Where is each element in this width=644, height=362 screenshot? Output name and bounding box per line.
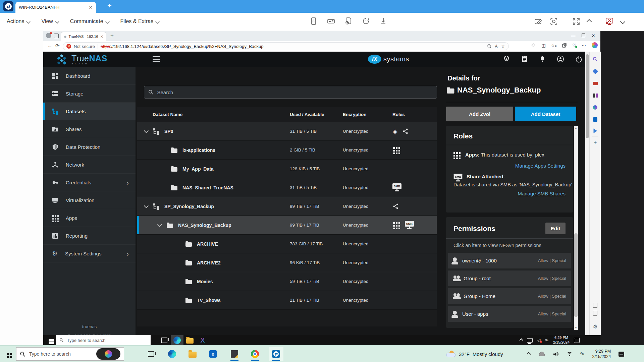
menu-files-extras[interactable]: Files & Extras — [120, 18, 159, 24]
remote-clock[interactable]: 6:29 PM2/15/2024 — [553, 336, 570, 345]
chevron-down-icon[interactable] — [157, 222, 162, 227]
browser-profile-icon[interactable] — [46, 33, 51, 38]
collections-icon[interactable] — [562, 43, 567, 48]
host-search-box[interactable] — [16, 347, 124, 361]
menu-communicate[interactable]: Communicate — [70, 18, 109, 24]
page-scrollbar[interactable] — [585, 52, 589, 335]
minimize-window-icon[interactable]: — — [568, 33, 578, 38]
sidebar-item-apps[interactable]: Apps — [43, 209, 136, 227]
table-row-movies[interactable]: Movies 59 TiB / 17 TiB Unencrypted — [137, 272, 437, 291]
hidden-icons-chevron[interactable] — [520, 338, 523, 342]
disable-remote-input-icon[interactable] — [605, 17, 614, 26]
zoom-page-icon[interactable] — [487, 44, 492, 49]
add-zvol-button[interactable]: Add Zvol — [446, 107, 513, 121]
table-row-my-app-data[interactable]: My_App_Data 128 KiB / 5 TiB Unencrypted — [137, 160, 437, 178]
remote-edge-icon[interactable] — [171, 335, 183, 345]
table-row-archive[interactable]: ARCHIVE 783 GiB / 17 TiB Unencrypted — [137, 235, 437, 253]
sidebar-outlook-icon[interactable] — [592, 117, 598, 122]
sidebar-panel-icon[interactable] — [592, 302, 598, 308]
details-scrollbar[interactable]: ▲ ▼ — [574, 126, 578, 330]
permission-entry-owner[interactable]: owner@ - 1000 Allow | Special — [448, 253, 571, 268]
screenshot-icon[interactable] — [549, 17, 558, 26]
account-avatar-icon[interactable] — [557, 55, 564, 63]
network-icon[interactable] — [527, 338, 533, 343]
column-encryption[interactable]: Encryption — [343, 112, 392, 117]
notifications-icon[interactable] — [619, 352, 624, 357]
menu-actions[interactable]: Actions — [7, 18, 30, 24]
scrollbar-thumb[interactable] — [574, 233, 578, 317]
host-start-button[interactable] — [1, 347, 15, 361]
host-edge-icon[interactable] — [165, 347, 179, 361]
split-screen-icon[interactable]: ◫ — [541, 43, 545, 48]
copilot-icon[interactable] — [592, 42, 598, 48]
table-row-archive2[interactable]: ARCHIVE2 96 KiB / 17 TiB Unencrypted — [137, 253, 437, 272]
remote-start-button[interactable] — [43, 335, 56, 345]
download-icon[interactable] — [379, 17, 388, 25]
close-window-icon[interactable]: ✕ — [588, 33, 598, 38]
settings-more-icon[interactable]: ⋯ — [582, 43, 586, 48]
table-row-sp0[interactable]: SP0 31 TiB / 5 TiB Unencrypted ◈ — [137, 122, 437, 141]
sidebar-toggle-button[interactable] — [153, 55, 160, 63]
host-search-input[interactable] — [29, 351, 93, 357]
sidebar-m365-icon[interactable] — [592, 105, 598, 110]
scrollbar-thumb[interactable] — [586, 54, 589, 138]
hidden-icons-chevron[interactable] — [527, 352, 531, 356]
favorites-bar-icon[interactable]: ☆≡ — [551, 43, 556, 48]
workspaces-icon[interactable] — [54, 34, 59, 38]
scroll-down-icon[interactable]: ▼ — [575, 326, 577, 329]
remote-task-view-button[interactable] — [158, 335, 171, 345]
teamviewer-tray-icon[interactable]: ✎ — [579, 350, 585, 357]
table-row-nas-shared-truenas[interactable]: NAS_Shared_TrueNAS 31 TiB / 5 TiB Unencr… — [137, 178, 437, 197]
close-tab-icon[interactable]: ✕ — [100, 35, 103, 39]
table-row-tv-shows[interactable]: TV_Shows 21 TiB / 17 TiB Unencrypted — [137, 291, 437, 310]
back-icon[interactable]: ← — [47, 43, 52, 49]
sidebar-item-dashboard[interactable]: Dashboard — [43, 67, 136, 85]
permission-entry-group-root[interactable]: Group - root Allow | Special — [448, 270, 571, 286]
permission-entry-user-apps[interactable]: User - apps Allow | Special — [448, 306, 571, 322]
teamviewer-session-tab[interactable]: WIN-ROIO24BANFH ✕ — [15, 2, 96, 13]
table-row-sp-synology-backup[interactable]: SP_Synology_Backup 99 TiB / 17 TiB Unenc… — [137, 197, 437, 216]
sidebar-item-virtualization[interactable]: Virtualization — [43, 191, 136, 209]
refresh-icon[interactable]: ⟳ — [55, 43, 60, 49]
chevron-down-icon[interactable] — [620, 19, 626, 24]
teamviewer-tray-icon[interactable]: ✎ — [544, 337, 549, 343]
chevron-down-icon[interactable] — [144, 203, 149, 208]
browser-tab[interactable]: ◈ TrueNAS - 192.168.1.124 ✕ — [61, 32, 106, 41]
edit-permissions-button[interactable]: Edit — [545, 223, 566, 234]
column-used-available[interactable]: Used / Available — [290, 112, 343, 117]
sidebar-search-icon[interactable] — [592, 56, 598, 62]
host-task-view-button[interactable] — [144, 347, 158, 361]
wifi-icon[interactable] — [567, 352, 573, 356]
new-session-tab-button[interactable]: + — [107, 1, 112, 10]
weather-widget[interactable]: 32°F Mostly cloudy — [446, 346, 503, 362]
annotate-pen-icon[interactable] — [534, 17, 543, 26]
remote-search-box[interactable] — [56, 335, 151, 345]
host-notes-icon[interactable] — [227, 347, 242, 361]
sidebar-item-storage[interactable]: Storage — [43, 85, 136, 103]
favorite-star-icon[interactable]: ☆ — [501, 44, 505, 49]
table-row-nas-synology-backup[interactable]: NAS_Synology_Backup 99 TiB / 17 TiB Unen… — [137, 216, 437, 235]
sidebar-drop-icon[interactable] — [592, 128, 598, 134]
add-dataset-button[interactable]: Add Dataset — [515, 107, 576, 121]
column-roles[interactable]: Roles — [392, 112, 437, 117]
restart-icon[interactable] — [362, 17, 370, 25]
sidebar-games-icon[interactable] — [592, 93, 598, 98]
address-bar[interactable]: ✕ Not secure https://192.168.1.124/ui/da… — [63, 42, 509, 50]
read-aloud-icon[interactable]: A⁾ — [495, 44, 498, 49]
truecommand-icon[interactable] — [503, 55, 510, 63]
volume-icon[interactable] — [553, 352, 559, 357]
permission-entry-group-home[interactable]: Group - Home Allow | Special — [448, 288, 571, 304]
url-text[interactable]: https://192.168.1.124/ui/datasets/SP_Syn… — [101, 44, 264, 49]
power-icon[interactable] — [575, 56, 582, 63]
action-center-icon[interactable] — [574, 338, 580, 343]
remote-keyboard-icon[interactable] — [327, 17, 335, 25]
sidebar-item-shares[interactable]: Shares — [43, 120, 136, 138]
remote-file-explorer-icon[interactable] — [183, 335, 196, 345]
remote-search-input[interactable] — [66, 338, 147, 343]
sidebar-panel-icon[interactable] — [592, 310, 598, 316]
host-outlook-icon[interactable]: o — [206, 347, 220, 361]
sidebar-item-datasets[interactable]: Datasets — [43, 103, 136, 120]
sidebar-item-data-protection[interactable]: Data Protection — [43, 138, 136, 156]
browser-essentials-icon[interactable]: ♡ — [572, 43, 576, 48]
sidebar-tools-icon[interactable] — [592, 80, 598, 86]
